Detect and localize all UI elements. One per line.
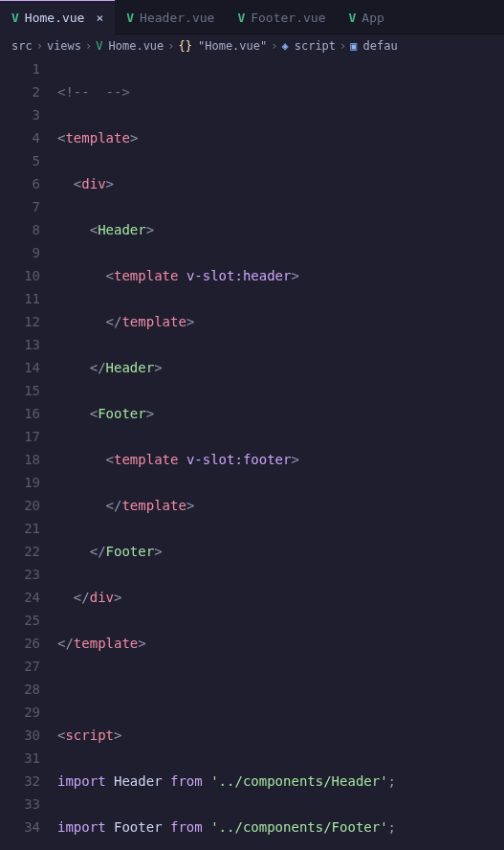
breadcrumb: src › views › V Home.vue › {} "Home.vue"… [0, 34, 504, 57]
cube-icon: ◈ [281, 39, 288, 53]
code-token: > [186, 314, 194, 329]
code-area[interactable]: <!-- --> <template> <div> <Header> <temp… [57, 57, 504, 850]
code-token: ; [388, 819, 396, 835]
code-token: < [90, 222, 98, 237]
code-token: '../components/Footer' [210, 819, 387, 835]
vue-icon: V [126, 11, 134, 25]
vue-icon: V [237, 11, 245, 25]
code-token: > [114, 727, 121, 743]
code-token: template [114, 452, 178, 467]
code-token: v-slot:footer [186, 452, 292, 467]
code-token: <!-- --> [57, 84, 130, 100]
code-token: import [57, 819, 106, 835]
tab-footer[interactable]: V Footer.vue [226, 0, 337, 34]
code-token: template [121, 314, 186, 329]
breadcrumb-item[interactable]: defau [363, 39, 398, 53]
vue-icon: V [96, 39, 102, 53]
code-token: </ [74, 590, 90, 605]
tab-label: App [362, 11, 383, 25]
code-token: > [154, 360, 162, 375]
code-token: > [154, 544, 162, 559]
code-token: > [106, 176, 114, 191]
code-token [178, 452, 186, 467]
code-token: Header [98, 222, 146, 237]
code-token: template [74, 636, 138, 651]
chevron-right-icon: › [271, 39, 277, 53]
code-token: > [114, 590, 121, 605]
breadcrumb-item[interactable]: "Home.vue" [198, 39, 267, 53]
code-token: template [121, 498, 186, 513]
code-token: Footer [98, 406, 146, 421]
chevron-right-icon: › [167, 39, 174, 53]
code-token: > [291, 268, 298, 283]
editor[interactable]: 1234567891011121314151617181920212223242… [0, 57, 504, 850]
code-token: < [106, 452, 114, 467]
close-icon[interactable]: × [96, 11, 103, 25]
code-token: ; [388, 773, 396, 789]
code-token: > [291, 452, 298, 467]
code-token: from [170, 819, 203, 835]
tab-header[interactable]: V Header.vue [115, 0, 226, 34]
code-token [203, 773, 210, 789]
tab-app[interactable]: V App [338, 0, 396, 34]
code-token: Footer [106, 819, 170, 835]
code-token: template [65, 130, 129, 145]
code-token: </ [90, 544, 106, 559]
code-token: Header [106, 360, 155, 375]
code-token: Footer [106, 544, 155, 559]
code-token: v-slot:header [186, 268, 292, 283]
breadcrumb-item[interactable]: views [47, 39, 81, 53]
braces-icon: {} [179, 39, 192, 53]
tab-label: Footer.vue [251, 11, 325, 25]
vue-icon: V [11, 11, 19, 25]
chevron-right-icon: › [36, 39, 43, 53]
tab-label: Home.vue [25, 11, 85, 25]
tab-label: Header.vue [140, 11, 214, 25]
code-token: < [106, 268, 114, 283]
code-token: import [57, 773, 106, 789]
chevron-right-icon: › [85, 39, 92, 53]
breadcrumb-item[interactable]: script [295, 39, 336, 53]
code-token: from [170, 773, 203, 789]
line-gutter: 1234567891011121314151617181920212223242… [0, 57, 57, 850]
chevron-right-icon: › [340, 39, 346, 53]
code-token: > [146, 222, 154, 237]
code-token: </ [106, 314, 122, 329]
code-token: '../components/Header' [210, 773, 387, 789]
bracket-icon: ▣ [350, 39, 357, 53]
code-token: </ [106, 498, 122, 513]
code-token: > [186, 498, 194, 513]
code-token: </ [57, 636, 74, 651]
code-token: div [90, 590, 114, 605]
code-token: Header [106, 773, 170, 789]
code-token: > [146, 406, 154, 421]
code-token: < [90, 406, 98, 421]
breadcrumb-item[interactable]: Home.vue [109, 39, 164, 53]
code-token: > [138, 636, 145, 651]
code-token: template [114, 268, 178, 283]
code-token [203, 819, 210, 835]
tab-bar: V Home.vue × V Header.vue V Footer.vue V… [0, 0, 504, 34]
code-token: > [130, 130, 138, 145]
tab-home[interactable]: V Home.vue × [0, 0, 115, 34]
code-token: script [65, 727, 114, 743]
code-token: div [81, 176, 105, 191]
code-token: </ [90, 360, 106, 375]
breadcrumb-item[interactable]: src [11, 39, 33, 53]
vue-icon: V [349, 11, 357, 25]
code-token [178, 268, 186, 283]
